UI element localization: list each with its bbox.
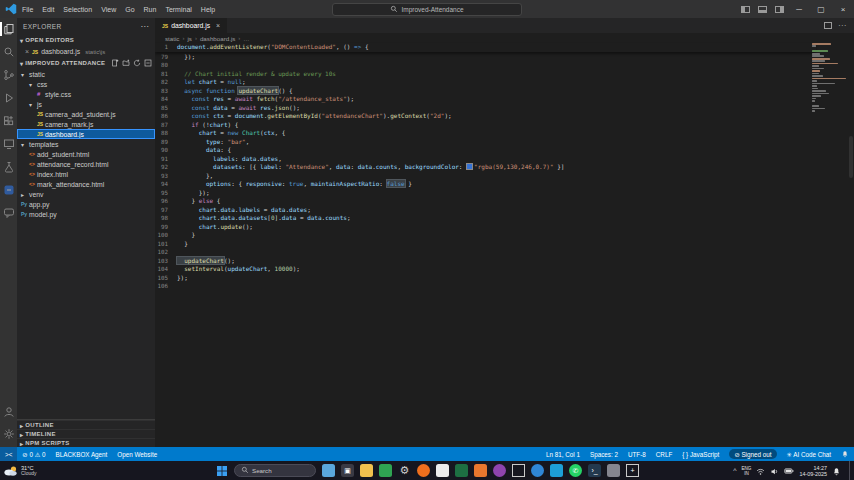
section-outline[interactable]: ▸OUTLINE bbox=[17, 420, 155, 429]
status-notifications[interactable] bbox=[836, 447, 854, 461]
app-purple-icon[interactable] bbox=[493, 464, 506, 477]
minimap[interactable] bbox=[812, 43, 846, 447]
workspace-section-header[interactable]: ▾ IMPROVED ATTENDANCE bbox=[17, 57, 155, 69]
new-file-icon[interactable] bbox=[111, 59, 119, 68]
remote-explorer-icon[interactable] bbox=[1, 137, 16, 151]
minimize-button[interactable]: ─ bbox=[788, 0, 810, 18]
tree-item-camera-add-student-js[interactable]: JScamera_add_student.js bbox=[17, 109, 155, 119]
status-ai-code-chat[interactable]: ✳ AI Code Chat bbox=[782, 447, 836, 461]
explorer-more-actions-icon[interactable]: ⋯ bbox=[141, 22, 149, 31]
breadcrumb-item[interactable]: dashboard.js bbox=[200, 35, 235, 42]
editor-group[interactable]: JS dashboard.js × ⋯ static›js›dashboard.… bbox=[155, 18, 854, 447]
status-remote[interactable]: >< bbox=[0, 447, 17, 461]
status-blackbox-agent[interactable]: BLACKBOX Agent bbox=[51, 447, 113, 461]
widgets-icon[interactable] bbox=[322, 464, 335, 477]
battery-icon[interactable] bbox=[784, 462, 794, 480]
status-open-website[interactable]: Open Website bbox=[112, 447, 162, 461]
firefox-icon[interactable] bbox=[417, 464, 430, 477]
tree-item-templates[interactable]: ▾templates bbox=[17, 139, 155, 149]
section-npm-scripts[interactable]: ▸NPM SCRIPTS bbox=[17, 438, 155, 447]
notes-icon[interactable] bbox=[436, 464, 449, 477]
volume-icon[interactable] bbox=[770, 462, 779, 480]
tree-item-add-student-html[interactable]: <>add_student.html bbox=[17, 149, 155, 159]
file-explorer-icon[interactable] bbox=[360, 464, 373, 477]
status-encoding[interactable]: UTF-8 bbox=[623, 447, 651, 461]
toggle-sidebar-icon[interactable] bbox=[741, 6, 750, 13]
code-editor[interactable]: 1document.addEventListener("DOMContentLo… bbox=[155, 43, 816, 447]
menu-selection[interactable]: Selection bbox=[63, 6, 92, 13]
tree-item-mark-attendance-html[interactable]: <>mark_attendance.html bbox=[17, 179, 155, 189]
maximize-button[interactable]: ▢ bbox=[810, 0, 832, 18]
source-control-icon[interactable] bbox=[1, 68, 16, 82]
language-indicator[interactable]: ENGIN bbox=[741, 466, 751, 476]
tree-item-index-html[interactable]: <>index.html bbox=[17, 169, 155, 179]
menu-file[interactable]: File bbox=[22, 6, 33, 13]
tree-item-js[interactable]: ▾js bbox=[17, 99, 155, 109]
vscode-icon[interactable] bbox=[550, 464, 563, 477]
weather-widget[interactable]: 31°C Cloudy bbox=[3, 465, 37, 477]
extensions-icon[interactable] bbox=[1, 114, 16, 128]
split-editor-icon[interactable] bbox=[824, 22, 832, 29]
breadcrumb-item[interactable]: … bbox=[243, 35, 249, 42]
remote-window-icon[interactable]: + bbox=[626, 464, 639, 477]
menu-go[interactable]: Go bbox=[125, 6, 134, 13]
tree-item-dashboard-js[interactable]: JSdashboard.js bbox=[17, 129, 155, 139]
wifi-icon[interactable] bbox=[756, 462, 765, 480]
start-button[interactable] bbox=[215, 464, 228, 477]
toggle-secondary-sidebar-icon[interactable] bbox=[775, 6, 784, 13]
explorer-icon[interactable] bbox=[1, 22, 16, 36]
refresh-explorer-icon[interactable] bbox=[133, 59, 141, 68]
menu-view[interactable]: View bbox=[101, 6, 116, 13]
status-signed-out[interactable]: ⊘ Signed out bbox=[724, 447, 781, 461]
status-eol[interactable]: CRLF bbox=[651, 447, 677, 461]
settings-icon[interactable]: ⚙ bbox=[398, 464, 411, 477]
app-frame-icon[interactable] bbox=[512, 464, 525, 477]
tree-item-venv[interactable]: ▸venv bbox=[17, 189, 155, 199]
open-editors-section[interactable]: ▾ OPEN EDITORS bbox=[17, 34, 155, 46]
edge-icon[interactable] bbox=[531, 464, 544, 477]
excel-icon[interactable] bbox=[455, 464, 468, 477]
taskbar-search-input[interactable]: Search bbox=[234, 464, 316, 477]
menu-run[interactable]: Run bbox=[144, 6, 157, 13]
show-desktop-button[interactable] bbox=[849, 461, 851, 480]
settings-icon[interactable] bbox=[1, 427, 16, 441]
search-icon[interactable] bbox=[1, 45, 16, 59]
app-dark-icon[interactable]: ▣ bbox=[341, 464, 354, 477]
app-grey-icon[interactable] bbox=[607, 464, 620, 477]
clock[interactable]: 14:27 14-09-2025 bbox=[799, 465, 827, 477]
collapse-folders-icon[interactable] bbox=[144, 59, 152, 68]
menu-terminal[interactable]: Terminal bbox=[165, 6, 191, 13]
tree-item-attendance-record-html[interactable]: <>attendance_record.html bbox=[17, 159, 155, 169]
close-editor-icon[interactable]: × bbox=[25, 48, 29, 55]
tree-item-static[interactable]: ▾static bbox=[17, 69, 155, 79]
menu-edit[interactable]: Edit bbox=[42, 6, 54, 13]
tree-item-app-py[interactable]: Pyapp.py bbox=[17, 199, 155, 209]
editor-scrollbar[interactable] bbox=[849, 136, 853, 178]
tree-item-model-py[interactable]: Pymodel.py bbox=[17, 209, 155, 219]
office-icon[interactable] bbox=[474, 464, 487, 477]
toggle-panel-icon[interactable] bbox=[758, 6, 767, 13]
editor-more-actions-icon[interactable]: ⋯ bbox=[838, 21, 846, 30]
testing-icon[interactable] bbox=[1, 160, 16, 174]
tree-item-camera-mark-js[interactable]: JScamera_mark.js bbox=[17, 119, 155, 129]
menu-help[interactable]: Help bbox=[201, 6, 215, 13]
breadcrumb-item[interactable]: js bbox=[187, 35, 191, 42]
tree-item-css[interactable]: ▾css bbox=[17, 79, 155, 89]
new-folder-icon[interactable] bbox=[122, 59, 130, 68]
notification-bell-icon[interactable] bbox=[832, 462, 841, 480]
command-center-search[interactable]: Improved-Attendance bbox=[332, 3, 522, 16]
tab-dashboard-js[interactable]: JS dashboard.js × bbox=[155, 18, 228, 33]
whatsapp-icon[interactable]: ✆ bbox=[569, 464, 582, 477]
status-problems[interactable]: ⊘ 0 ⚠ 0 bbox=[17, 447, 50, 461]
status-language-mode[interactable]: { } JavaScript bbox=[677, 447, 724, 461]
status-cursor-position[interactable]: Ln 81, Col 1 bbox=[541, 447, 585, 461]
breadcrumb[interactable]: static›js›dashboard.js›… bbox=[155, 33, 854, 43]
status-indentation[interactable]: Spaces: 2 bbox=[585, 447, 623, 461]
open-editor-dashboard-js[interactable]: × JS dashboard.js static\js bbox=[17, 46, 155, 57]
chat-icon[interactable] bbox=[1, 206, 16, 220]
hidden-icons-chevron[interactable]: ^ bbox=[733, 467, 736, 474]
section-timeline[interactable]: ▸TIMELINE bbox=[17, 429, 155, 438]
close-button[interactable]: × bbox=[832, 0, 854, 18]
close-tab-icon[interactable]: × bbox=[216, 22, 220, 29]
account-icon[interactable] bbox=[1, 405, 16, 419]
